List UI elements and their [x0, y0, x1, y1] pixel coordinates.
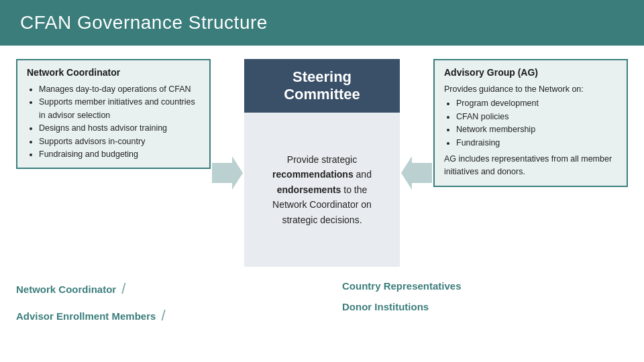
bottom-section: Network Coordinator / Advisor Enrollment…	[0, 280, 644, 324]
svg-marker-1	[401, 156, 432, 190]
list-item: Program development	[456, 97, 617, 110]
slash-icon: /	[121, 280, 125, 298]
bottom-country-representatives: Country Representatives	[342, 280, 462, 292]
bottom-right: Country Representatives Donor Institutio…	[322, 280, 628, 324]
arrow-left-icon	[400, 153, 433, 193]
list-item: Manages day-to-day operations of CFAN	[39, 83, 200, 96]
main-content: Network Coordinator Manages day-to-day o…	[0, 46, 644, 274]
left-column: Network Coordinator Manages day-to-day o…	[16, 59, 211, 267]
list-item: CFAN policies	[456, 111, 617, 123]
list-item: Fundraising and budgeting	[39, 148, 200, 161]
page-header: CFAN Governance Structure	[0, 0, 644, 46]
right-column: Advisory Group (AG) Provides guidance to…	[433, 59, 628, 267]
steering-committee-body: Provide strategic recommendations and en…	[244, 113, 400, 267]
network-coordinator-list: Manages day-to-day operations of CFAN Su…	[27, 83, 200, 161]
slash-icon: /	[161, 307, 165, 324]
advisory-group-footer: AG includes representatives from all mem…	[444, 153, 617, 179]
network-coordinator-title: Network Coordinator	[27, 67, 200, 78]
advisory-group-box: Advisory Group (AG) Provides guidance to…	[433, 59, 628, 187]
bottom-donor-institutions: Donor Institutions	[342, 301, 429, 312]
list-item: Network membership	[456, 123, 617, 136]
list-item: Designs and hosts advisor training	[39, 122, 200, 135]
svg-marker-0	[212, 156, 243, 190]
advisory-group-title: Advisory Group (AG)	[444, 67, 617, 78]
arrow-right-icon	[211, 153, 244, 193]
page-title: CFAN Governance Structure	[20, 12, 268, 33]
list-item: Supports advisors in-country	[39, 135, 200, 148]
bottom-network-coordinator: Network Coordinator /	[16, 280, 322, 298]
list-item: Supports member initiatives and countrie…	[39, 96, 200, 122]
bottom-advisor-enrollment: Advisor Enrollment Members /	[16, 307, 322, 324]
steering-text: Provide strategic recommendations and en…	[264, 152, 380, 227]
advisory-group-list: Program development CFAN policies Networ…	[444, 97, 617, 149]
advisory-group-intro: Provides guidance to the Network on:	[444, 83, 617, 96]
steering-committee-title: Steering Committee	[244, 59, 400, 113]
steering-committee-section: Steering Committee Provide strategic rec…	[244, 59, 400, 267]
list-item: Fundraising	[456, 137, 617, 149]
network-coordinator-box: Network Coordinator Manages day-to-day o…	[16, 59, 211, 169]
bottom-left: Network Coordinator / Advisor Enrollment…	[16, 280, 322, 324]
